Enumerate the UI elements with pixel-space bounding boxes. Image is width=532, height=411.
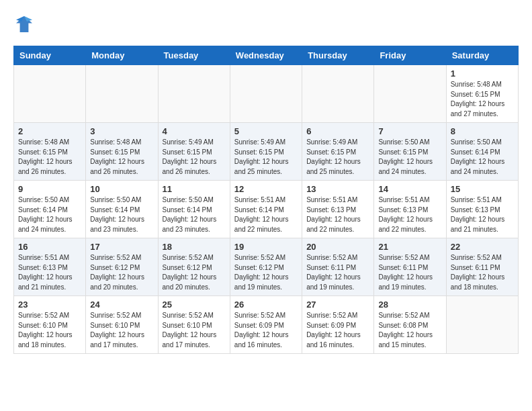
- calendar-cell: 13Sunrise: 5:51 AM Sunset: 6:13 PM Dayli…: [302, 181, 374, 238]
- calendar-cell: 3Sunrise: 5:48 AM Sunset: 6:15 PM Daylig…: [86, 123, 158, 181]
- calendar-cell: 7Sunrise: 5:50 AM Sunset: 6:15 PM Daylig…: [374, 123, 446, 181]
- day-info: Sunrise: 5:52 AM Sunset: 6:12 PM Dayligh…: [234, 253, 298, 292]
- calendar-table: SundayMondayTuesdayWednesdayThursdayFrid…: [13, 46, 519, 354]
- day-number: 7: [378, 126, 441, 136]
- day-info: Sunrise: 5:51 AM Sunset: 6:13 PM Dayligh…: [378, 195, 441, 234]
- calendar-week-4: 16Sunrise: 5:51 AM Sunset: 6:13 PM Dayli…: [14, 238, 519, 296]
- weekday-thursday: Thursday: [302, 46, 374, 65]
- day-info: Sunrise: 5:48 AM Sunset: 6:15 PM Dayligh…: [451, 80, 514, 119]
- day-number: 12: [234, 184, 298, 194]
- logo-icon: [13, 13, 35, 35]
- calendar-cell: [158, 65, 230, 123]
- day-number: 2: [18, 126, 81, 136]
- day-number: 20: [306, 242, 369, 252]
- calendar-header: SundayMondayTuesdayWednesdayThursdayFrid…: [14, 46, 519, 65]
- calendar-cell: 24Sunrise: 5:52 AM Sunset: 6:10 PM Dayli…: [86, 296, 158, 354]
- day-info: Sunrise: 5:52 AM Sunset: 6:11 PM Dayligh…: [378, 253, 441, 292]
- day-number: 14: [378, 184, 441, 194]
- calendar-cell: [14, 65, 86, 123]
- weekday-header-row: SundayMondayTuesdayWednesdayThursdayFrid…: [14, 46, 519, 65]
- day-info: Sunrise: 5:50 AM Sunset: 6:14 PM Dayligh…: [18, 195, 81, 234]
- day-number: 24: [90, 300, 153, 310]
- day-info: Sunrise: 5:50 AM Sunset: 6:14 PM Dayligh…: [90, 195, 153, 234]
- day-info: Sunrise: 5:52 AM Sunset: 6:11 PM Dayligh…: [451, 253, 514, 292]
- day-number: 21: [378, 242, 441, 252]
- calendar-cell: 9Sunrise: 5:50 AM Sunset: 6:14 PM Daylig…: [14, 181, 86, 238]
- calendar-cell: 5Sunrise: 5:49 AM Sunset: 6:15 PM Daylig…: [230, 123, 302, 181]
- day-number: 16: [18, 242, 81, 252]
- calendar-week-2: 2Sunrise: 5:48 AM Sunset: 6:15 PM Daylig…: [14, 123, 519, 181]
- day-number: 4: [163, 126, 226, 136]
- calendar-cell: 21Sunrise: 5:52 AM Sunset: 6:11 PM Dayli…: [374, 238, 446, 296]
- weekday-monday: Monday: [86, 46, 158, 65]
- svg-marker-0: [16, 16, 32, 32]
- day-info: Sunrise: 5:52 AM Sunset: 6:10 PM Dayligh…: [90, 311, 153, 350]
- calendar-cell: [86, 65, 158, 123]
- day-info: Sunrise: 5:51 AM Sunset: 6:13 PM Dayligh…: [18, 253, 81, 292]
- day-info: Sunrise: 5:52 AM Sunset: 6:11 PM Dayligh…: [306, 253, 369, 292]
- weekday-wednesday: Wednesday: [230, 46, 302, 65]
- day-number: 28: [378, 300, 441, 310]
- day-number: 11: [163, 184, 226, 194]
- day-number: 6: [306, 126, 369, 136]
- calendar-cell: 6Sunrise: 5:49 AM Sunset: 6:15 PM Daylig…: [302, 123, 374, 181]
- calendar-cell: [302, 65, 374, 123]
- calendar-week-1: 1Sunrise: 5:48 AM Sunset: 6:15 PM Daylig…: [14, 65, 519, 123]
- calendar-cell: 22Sunrise: 5:52 AM Sunset: 6:11 PM Dayli…: [446, 238, 518, 296]
- day-info: Sunrise: 5:48 AM Sunset: 6:15 PM Dayligh…: [18, 138, 81, 177]
- calendar-cell: 15Sunrise: 5:51 AM Sunset: 6:13 PM Dayli…: [446, 181, 518, 238]
- calendar-cell: 26Sunrise: 5:52 AM Sunset: 6:09 PM Dayli…: [230, 296, 302, 354]
- day-info: Sunrise: 5:52 AM Sunset: 6:10 PM Dayligh…: [18, 311, 81, 350]
- calendar-cell: 2Sunrise: 5:48 AM Sunset: 6:15 PM Daylig…: [14, 123, 86, 181]
- day-number: 26: [234, 300, 298, 310]
- day-number: 9: [18, 184, 81, 194]
- calendar-cell: 16Sunrise: 5:51 AM Sunset: 6:13 PM Dayli…: [14, 238, 86, 296]
- day-info: Sunrise: 5:52 AM Sunset: 6:10 PM Dayligh…: [163, 311, 226, 350]
- day-info: Sunrise: 5:48 AM Sunset: 6:15 PM Dayligh…: [90, 138, 153, 177]
- calendar-week-5: 23Sunrise: 5:52 AM Sunset: 6:10 PM Dayli…: [14, 296, 519, 354]
- day-info: Sunrise: 5:52 AM Sunset: 6:09 PM Dayligh…: [234, 311, 298, 350]
- weekday-sunday: Sunday: [14, 46, 86, 65]
- day-number: 13: [306, 184, 369, 194]
- calendar-cell: 19Sunrise: 5:52 AM Sunset: 6:12 PM Dayli…: [230, 238, 302, 296]
- day-info: Sunrise: 5:52 AM Sunset: 6:12 PM Dayligh…: [90, 253, 153, 292]
- day-number: 25: [163, 300, 226, 310]
- day-info: Sunrise: 5:51 AM Sunset: 6:14 PM Dayligh…: [234, 195, 298, 234]
- day-number: 3: [90, 126, 153, 136]
- calendar-cell: 8Sunrise: 5:50 AM Sunset: 6:14 PM Daylig…: [446, 123, 518, 181]
- calendar-cell: 11Sunrise: 5:50 AM Sunset: 6:14 PM Dayli…: [158, 181, 230, 238]
- calendar-cell: 14Sunrise: 5:51 AM Sunset: 6:13 PM Dayli…: [374, 181, 446, 238]
- day-number: 19: [234, 242, 298, 252]
- day-info: Sunrise: 5:51 AM Sunset: 6:13 PM Dayligh…: [306, 195, 369, 234]
- day-number: 1: [451, 68, 514, 79]
- day-info: Sunrise: 5:49 AM Sunset: 6:15 PM Dayligh…: [306, 138, 369, 177]
- calendar-cell: 25Sunrise: 5:52 AM Sunset: 6:10 PM Dayli…: [158, 296, 230, 354]
- day-number: 23: [18, 300, 81, 310]
- calendar-cell: [230, 65, 302, 123]
- day-info: Sunrise: 5:52 AM Sunset: 6:12 PM Dayligh…: [163, 253, 226, 292]
- day-info: Sunrise: 5:50 AM Sunset: 6:14 PM Dayligh…: [451, 138, 514, 177]
- day-number: 5: [234, 126, 298, 136]
- calendar-week-3: 9Sunrise: 5:50 AM Sunset: 6:14 PM Daylig…: [14, 181, 519, 238]
- calendar-cell: 12Sunrise: 5:51 AM Sunset: 6:14 PM Dayli…: [230, 181, 302, 238]
- weekday-friday: Friday: [374, 46, 446, 65]
- calendar-cell: [446, 296, 518, 354]
- day-info: Sunrise: 5:50 AM Sunset: 6:14 PM Dayligh…: [163, 195, 226, 234]
- calendar-cell: 18Sunrise: 5:52 AM Sunset: 6:12 PM Dayli…: [158, 238, 230, 296]
- day-number: 15: [451, 184, 514, 194]
- day-info: Sunrise: 5:52 AM Sunset: 6:08 PM Dayligh…: [378, 311, 441, 350]
- calendar-cell: [374, 65, 446, 123]
- day-info: Sunrise: 5:52 AM Sunset: 6:09 PM Dayligh…: [306, 311, 369, 350]
- logo: [13, 13, 38, 35]
- calendar-cell: 20Sunrise: 5:52 AM Sunset: 6:11 PM Dayli…: [302, 238, 374, 296]
- calendar-cell: 4Sunrise: 5:49 AM Sunset: 6:15 PM Daylig…: [158, 123, 230, 181]
- day-number: 22: [451, 242, 514, 252]
- page-header: [13, 13, 519, 35]
- calendar-cell: 10Sunrise: 5:50 AM Sunset: 6:14 PM Dayli…: [86, 181, 158, 238]
- calendar-cell: 27Sunrise: 5:52 AM Sunset: 6:09 PM Dayli…: [302, 296, 374, 354]
- day-number: 8: [451, 126, 514, 136]
- day-number: 10: [90, 184, 153, 194]
- day-info: Sunrise: 5:51 AM Sunset: 6:13 PM Dayligh…: [451, 195, 514, 234]
- day-info: Sunrise: 5:49 AM Sunset: 6:15 PM Dayligh…: [163, 138, 226, 177]
- day-info: Sunrise: 5:49 AM Sunset: 6:15 PM Dayligh…: [234, 138, 298, 177]
